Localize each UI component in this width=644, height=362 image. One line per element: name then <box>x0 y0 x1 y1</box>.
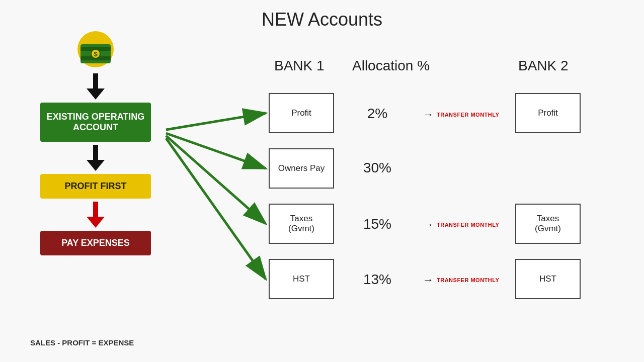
bank2-taxes-label: Taxes(Gvmt) <box>535 214 561 234</box>
svg-line-10 <box>166 138 266 279</box>
svg-line-7 <box>166 113 266 130</box>
profit-first-box: PROFIT FIRST <box>40 174 151 199</box>
alloc-hst: 13% <box>357 272 397 288</box>
transfer-text-taxes: TRANSFER MONTHLY <box>437 222 499 228</box>
bank2-hst-box: HST <box>515 259 581 299</box>
bank1-taxes-label: Taxes(Gvmt) <box>288 214 314 234</box>
transfer-text-hst: TRANSFER MONTHLY <box>437 277 499 283</box>
alloc-taxes: 15% <box>357 216 397 232</box>
transfer-taxes: → TRANSFER MONTHLY <box>423 218 499 231</box>
transfer-arrow-profit: → <box>423 108 434 121</box>
alloc-profit: 2% <box>357 106 397 122</box>
bank2-profit-box: Profit <box>515 93 581 133</box>
left-column: $ EXISTING OPERATING ACCOUNT PROFIT FIRS… <box>30 30 161 255</box>
formula-eq: = EXPENSE <box>90 338 134 347</box>
bank1-ownerspay-box: Owners Pay <box>269 148 334 189</box>
transfer-profit: → TRANSFER MONTHLY <box>423 108 499 121</box>
alloc-ownerspay: 30% <box>357 160 397 176</box>
formula-profit-word: PROFIT <box>62 338 90 347</box>
existing-operating-account-box: EXISTING OPERATING ACCOUNT <box>40 103 151 142</box>
money-icon: $ <box>75 30 116 70</box>
bank2-taxes-box: Taxes(Gvmt) <box>515 204 581 244</box>
svg-text:$: $ <box>94 50 98 58</box>
pay-expenses-box: PAY EXPENSES <box>40 231 151 255</box>
svg-line-9 <box>166 136 266 224</box>
page-title: NEW Accounts <box>0 0 644 30</box>
formula-sales: SALES - <box>30 338 62 347</box>
allocation-header: Allocation % <box>352 58 430 74</box>
svg-line-8 <box>166 133 266 168</box>
formula: SALES - PROFIT = EXPENSE <box>30 338 134 347</box>
arrow-profitfirst-to-expenses <box>87 202 105 228</box>
arrow-operating-to-profitfirst2 <box>87 145 105 171</box>
transfer-hst: → TRANSFER MONTHLY <box>423 274 499 287</box>
bank2-header: BANK 2 <box>518 58 569 74</box>
transfer-arrow-hst: → <box>423 274 434 287</box>
bank1-hst-box: HST <box>269 259 334 299</box>
transfer-arrow-taxes: → <box>423 218 434 231</box>
bank1-taxes-box: Taxes(Gvmt) <box>269 204 334 244</box>
transfer-text-profit: TRANSFER MONTHLY <box>437 112 499 118</box>
arrow-operating-to-profitfirst <box>87 73 105 100</box>
bank1-header: BANK 1 <box>274 58 325 74</box>
bank1-profit-box: Profit <box>269 93 334 133</box>
